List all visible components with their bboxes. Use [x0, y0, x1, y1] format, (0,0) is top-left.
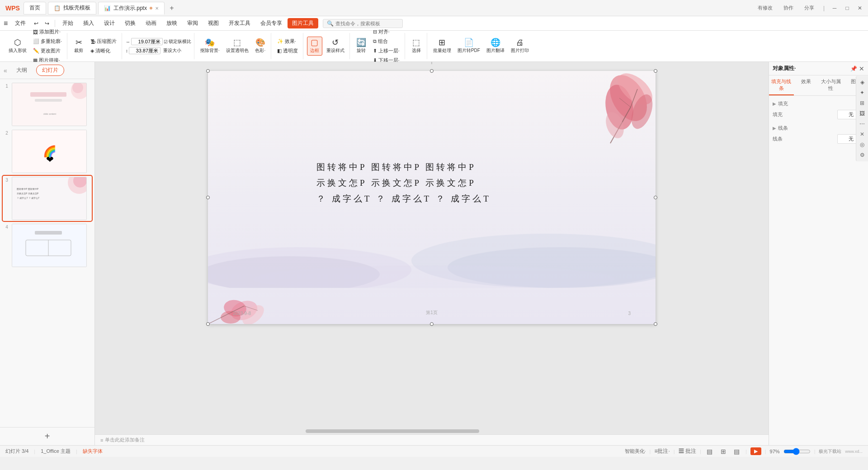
handle-mr[interactable] [654, 196, 657, 199]
ribbon-tab-playback[interactable]: 放映 [162, 18, 182, 29]
panel-tab-size-props[interactable]: 大小与属性 [819, 75, 844, 95]
tab-close-btn[interactable]: ✕ [155, 6, 159, 11]
panel-tab-fill-stroke[interactable]: 填充与线条 [769, 75, 794, 95]
print-label: 图片打印 [511, 47, 529, 54]
view-grid-btn[interactable]: ⊞ [718, 446, 728, 456]
new-tab-btn[interactable]: + [166, 3, 177, 14]
width-input-group: ↔ ☑ 锁定纵横比 [126, 38, 191, 45]
collab-label[interactable]: 协作 [780, 5, 797, 11]
effects-btn[interactable]: ✨ 效果· [275, 37, 300, 46]
color-btn[interactable]: 🎨 色彩· [253, 37, 268, 55]
handle-bl[interactable] [206, 322, 210, 326]
notes-area[interactable]: ≡ 单击此处添加备注 [95, 434, 769, 445]
ribbon-tab-developer[interactable]: 开发工具 [224, 18, 255, 29]
handle-tl[interactable] [206, 69, 210, 73]
ai-beauty-btn[interactable]: 智能美化· [625, 448, 646, 455]
has-modify-label[interactable]: 有修改 [754, 5, 776, 11]
side-icon-4[interactable]: 🖼 [858, 109, 867, 118]
slide-item-3[interactable]: 3 图转将中P 图转将中P 示换文怎P 示换文怎P ？ 成字么T ？ 成字么T [3, 176, 92, 221]
zoom-slider[interactable] [783, 448, 811, 455]
pic-translate-btn[interactable]: 🌐 图片翻译 [484, 37, 507, 55]
slide-item-4[interactable]: 4 [3, 223, 92, 268]
search-input[interactable] [335, 21, 399, 26]
pic-print-btn[interactable]: 🖨 图片打印 [509, 37, 531, 55]
height-input[interactable] [129, 47, 160, 54]
note-btn[interactable]: ☰ 批注 [679, 447, 696, 455]
batch-process-btn[interactable]: ⊞ 批量处理 [431, 37, 453, 55]
slide-canvas[interactable]: 图转将中P 图转将中P 图转将中P 示换文怎P 示换文怎P 示换文怎P ？ 成字… [208, 71, 656, 324]
pptx-tab[interactable]: 📊 工作演示.pptx ✕ [98, 2, 165, 14]
border-btn[interactable]: ▢ 边框 [307, 37, 322, 56]
ribbon-tab-insert[interactable]: 插入 [79, 18, 99, 29]
lock-ratio-check[interactable]: ☑ [164, 39, 168, 44]
rotate-btn[interactable]: 🔄 旋转 [354, 37, 369, 55]
undo-btn[interactable]: ↩ [31, 19, 41, 28]
menu-toggle-icon[interactable]: ≡ [2, 19, 9, 28]
file-menu[interactable]: 文件 [10, 18, 30, 29]
close-btn[interactable]: ✕ [855, 4, 864, 13]
ribbon-tab-design[interactable]: 设计 [99, 18, 119, 29]
width-input[interactable] [131, 38, 163, 45]
slide-item-2[interactable]: 2 🌈 ❤ [3, 129, 92, 174]
crop-btn[interactable]: ✂ 裁剪 [71, 37, 86, 55]
side-icon-5[interactable]: ⋯ [858, 119, 867, 128]
ribbon-tab-view[interactable]: 视图 [203, 18, 223, 29]
view-outline-btn[interactable]: ▤ [732, 446, 742, 456]
handle-bc[interactable] [430, 322, 434, 326]
compress-btn[interactable]: 🗜 压缩图片 [88, 37, 119, 46]
ribbon-tab-review[interactable]: 审阅 [183, 18, 203, 29]
picture-tool-tab[interactable]: 图片工具 [288, 18, 318, 28]
stroke-section-toggle[interactable]: ▶ 线条 [773, 125, 864, 132]
modify-pic-btn[interactable]: ✏️ 更改图片 [31, 47, 64, 55]
handle-br[interactable] [654, 322, 657, 326]
sidebar-collapse-btn[interactable]: « [4, 67, 7, 74]
add-pic-btn[interactable]: 🖼 添加图片· [31, 28, 64, 36]
slide-item-1[interactable]: 1 slide content [3, 82, 92, 127]
pic-to-pdf-btn[interactable]: 📄 图片转PDF [455, 37, 482, 55]
remove-bg-btn[interactable]: 🎭 抠除背景· [198, 37, 222, 55]
side-icon-7[interactable]: ◎ [858, 140, 867, 149]
share-label[interactable]: 分享 [801, 5, 818, 11]
align-btn[interactable]: ⊟ 对齐· [371, 28, 402, 36]
ribbon-tab-member[interactable]: 会员专享 [256, 18, 287, 29]
h-scrollbar-thumb[interactable] [306, 429, 479, 433]
side-icon-1[interactable]: ◈ [858, 78, 867, 87]
side-icon-6[interactable]: ✕ [858, 130, 867, 139]
select-btn[interactable]: ⬚ 选择 [409, 37, 424, 55]
multi-contour-btn[interactable]: ⬜ 多重轮廓· [31, 37, 64, 46]
tab-slides[interactable]: 幻灯片 [36, 65, 64, 76]
side-icon-2[interactable]: ✦ [858, 88, 867, 97]
slide-main-text[interactable]: 图转将中P 图转将中P 图转将中P 示换文怎P 示换文怎P 示换文怎P ？ 成字… [316, 159, 491, 207]
ribbon-tab-animation[interactable]: 动画 [141, 18, 161, 29]
home-tab[interactable]: 首页 [24, 2, 46, 14]
view-normal-btn[interactable]: ▤ [705, 446, 715, 456]
panel-tab-effects[interactable]: 效果 [794, 75, 819, 95]
transparency-btn[interactable]: ◧ 透明度 [275, 47, 300, 55]
canvas-area[interactable]: 图转将中P 图转将中P 图转将中P 示换文怎P 示换文怎P 示换文怎P ？ 成字… [95, 62, 769, 445]
comment-btn[interactable]: ≡批注· [654, 447, 670, 455]
handle-tc[interactable] [430, 69, 434, 73]
font-warning[interactable]: 缺失字体 [83, 448, 103, 455]
minimize-btn[interactable]: ─ [830, 4, 839, 13]
h-scrollbar[interactable] [190, 428, 769, 434]
group-btn[interactable]: ⧉ 组合 [371, 37, 402, 46]
ribbon-tab-transition[interactable]: 切换 [120, 18, 140, 29]
restore-btn[interactable]: □ [843, 4, 852, 13]
side-icon-3[interactable]: ⊞ [858, 99, 867, 108]
redo-btn[interactable]: ↪ [42, 19, 52, 28]
sharpen-btn[interactable]: ◈ 清晰化 [88, 47, 119, 55]
tab-outline[interactable]: 大纲 [11, 65, 33, 75]
insert-shape-btn[interactable]: ⬡ 插入形状 [6, 37, 29, 55]
handle-ml[interactable] [206, 196, 210, 199]
template-tab[interactable]: 📋 找板壳模板 [48, 2, 96, 14]
fill-section-toggle[interactable]: ▶ 填充 [773, 100, 864, 107]
up-layer-btn[interactable]: ⬆ 上移一层· [371, 47, 402, 55]
set-transparent-btn[interactable]: ⬚ 设置透明色 [224, 37, 251, 55]
side-icon-8[interactable]: ⚙ [858, 150, 867, 160]
play-btn[interactable]: ▶ [750, 447, 761, 455]
add-slide-btn[interactable]: + [45, 431, 50, 442]
panel-close-btn[interactable]: ✕ [859, 65, 864, 72]
reset-style-btn[interactable]: ↺ 重设样式 [324, 37, 347, 55]
handle-tr[interactable] [654, 69, 657, 73]
panel-pin-btn[interactable]: 📌 [850, 66, 857, 72]
